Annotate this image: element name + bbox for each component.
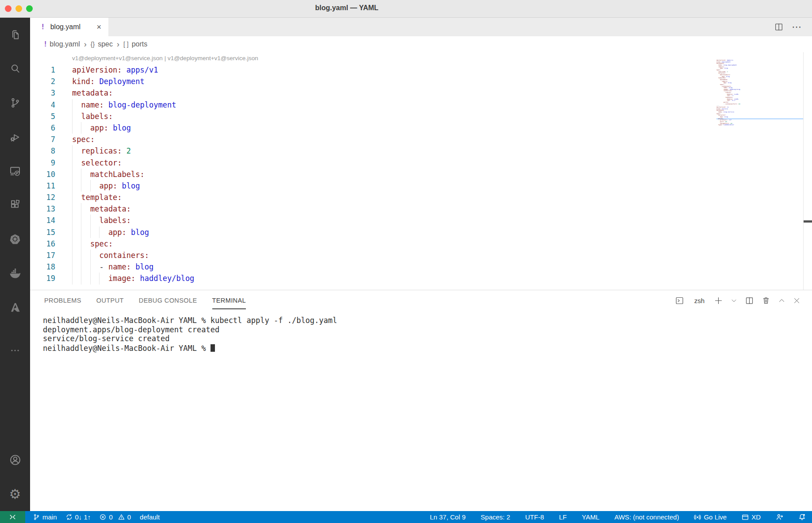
go-live-button[interactable]: Go Live — [694, 513, 727, 521]
line-number: 8 — [30, 145, 55, 157]
trash-icon — [762, 296, 770, 305]
breadcrumb-items: !blog.yaml›{}spec›[ ]ports — [44, 40, 147, 49]
sidebar-item-run-and-debug[interactable] — [0, 120, 30, 154]
panel-tab-terminal[interactable]: TERMINAL — [212, 292, 246, 309]
split-terminal-button[interactable] — [745, 296, 754, 305]
editor-line[interactable]: 19 image: haddley/blog — [30, 273, 812, 284]
branch-status[interactable]: main — [33, 513, 57, 521]
codelens-link[interactable]: v1@deployment+v1@service.json | v1@deplo… — [72, 52, 812, 64]
search-icon — [9, 63, 21, 75]
editor-line[interactable]: 15 app: blog — [30, 227, 812, 238]
terminal-shell-button[interactable] — [675, 296, 684, 305]
editor-line[interactable]: 16 spec: — [30, 238, 812, 250]
minimap-lines: apiVersion: apps/v1kind: Deploymentmetad… — [716, 60, 803, 126]
overview-ruler-cursor-mark — [804, 220, 812, 223]
indentation-status[interactable]: Spaces: 2 — [481, 513, 510, 521]
terminal-icon — [675, 296, 684, 305]
run-debug-icon — [9, 131, 21, 143]
kill-terminal-button[interactable] — [762, 296, 770, 305]
sidebar-item-docker[interactable] — [0, 256, 30, 290]
line-number: 17 — [30, 250, 55, 261]
panel-tab-output[interactable]: OUTPUT — [96, 292, 124, 309]
sidebar-item-search[interactable] — [0, 52, 30, 86]
close-panel-button[interactable] — [793, 297, 801, 304]
xd-status[interactable]: XD — [742, 513, 761, 521]
panel-tabs: PROBLEMSOUTPUTDEBUG CONSOLETERMINAL — [44, 292, 246, 309]
editor-line[interactable]: 7spec: — [30, 134, 812, 145]
editor-line[interactable]: 1apiVersion: apps/v1 — [30, 64, 812, 76]
breadcrumb-item-ports[interactable]: [ ]ports — [123, 40, 147, 48]
terminal-cursor — [211, 344, 215, 352]
split-editor-icon — [774, 22, 784, 32]
sidebar-item-more-actions[interactable] — [0, 333, 30, 367]
line-number: 12 — [30, 192, 55, 203]
editor-line[interactable]: 18 - name: blog — [30, 261, 812, 273]
profile-status[interactable]: default — [140, 513, 160, 521]
problems-status[interactable]: 0 0 — [100, 513, 131, 521]
tab-close-icon[interactable]: × — [96, 23, 102, 32]
terminal-dropdown-button[interactable] — [731, 297, 737, 304]
shell-name[interactable]: zsh — [694, 297, 705, 304]
overview-ruler[interactable] — [803, 52, 812, 290]
new-terminal-button[interactable] — [714, 296, 723, 305]
terminal-output[interactable]: neilhaddley@Neils-MacBook-Air YAML % kub… — [30, 311, 812, 511]
feedback-button[interactable] — [776, 513, 783, 521]
gear-icon: ⚙ — [9, 488, 21, 501]
split-editor-button[interactable] — [774, 22, 784, 32]
cursor-position-status[interactable]: Ln 37, Col 9 — [430, 513, 466, 521]
line-number: 4 — [30, 99, 55, 111]
editor-line[interactable]: 8 replicas: 2 — [30, 145, 812, 157]
split-terminal-icon — [745, 296, 754, 305]
zoom-window-button[interactable] — [26, 5, 33, 12]
line-number: 9 — [30, 157, 55, 169]
language-mode-status[interactable]: YAML — [582, 513, 600, 521]
close-window-button[interactable] — [5, 5, 11, 12]
sidebar-item-kubernetes[interactable] — [0, 222, 30, 256]
editor-line[interactable]: 12 template: — [30, 192, 812, 203]
panel-tab-problems[interactable]: PROBLEMS — [44, 292, 81, 309]
breadcrumb-item-spec[interactable]: {}spec — [91, 40, 113, 48]
editor-line[interactable]: 4 name: blog-deployment — [30, 99, 812, 111]
line-number: 19 — [30, 273, 55, 284]
sidebar-item-extensions[interactable] — [0, 188, 30, 222]
docker-icon — [8, 267, 22, 280]
sidebar-item-remote-explorer[interactable] — [0, 154, 30, 188]
breadcrumb-item-blog-yaml[interactable]: !blog.yaml — [44, 40, 80, 48]
notifications-button[interactable] — [798, 513, 806, 521]
minimize-window-button[interactable] — [15, 5, 22, 12]
remote-indicator-button[interactable] — [0, 511, 25, 523]
editor-line[interactable]: 13 metadata: — [30, 203, 812, 215]
sidebar-item-settings[interactable]: ⚙ — [0, 477, 30, 511]
more-actions-icon — [9, 345, 21, 356]
tab-blog-yaml[interactable]: ! blog.yaml × — [30, 18, 108, 36]
editor-line[interactable]: 6 app: blog — [30, 122, 812, 134]
editor-more-actions-button[interactable]: ⋯ — [792, 21, 802, 33]
sidebar-item-accounts[interactable] — [0, 443, 30, 477]
editor-line[interactable]: 17 containers: — [30, 250, 812, 261]
sync-status[interactable]: 0↓ 1↑ — [66, 513, 91, 521]
yaml-problem-icon: ! — [44, 40, 46, 48]
sidebar-item-explorer[interactable] — [0, 18, 30, 52]
activity-bar: ⚙ — [0, 18, 30, 511]
maximize-panel-button[interactable] — [778, 297, 785, 304]
editor-line[interactable]: 10 matchLabels: — [30, 169, 812, 180]
aws-status[interactable]: AWS: (not connected) — [614, 513, 679, 521]
minimap[interactable]: apiVersion: apps/v1kind: Deploymentmetad… — [716, 60, 803, 126]
plus-icon — [714, 296, 723, 305]
editor-line[interactable]: 11 app: blog — [30, 180, 812, 192]
panel-tab-debug-console[interactable]: DEBUG CONSOLE — [139, 292, 197, 309]
eol-status[interactable]: LF — [559, 513, 567, 521]
editor-line[interactable]: 9 selector: — [30, 157, 812, 169]
line-number: 14 — [30, 215, 55, 226]
editor-line[interactable]: 14 labels: — [30, 215, 812, 226]
sidebar-item-source-control[interactable] — [0, 86, 30, 120]
sidebar-item-azure[interactable] — [0, 290, 30, 324]
editor[interactable]: v1@deployment+v1@service.json | v1@deplo… — [30, 52, 812, 290]
encoding-status[interactable]: UTF-8 — [525, 513, 544, 521]
window-title: blog.yaml — YAML — [315, 4, 378, 12]
editor-line[interactable]: 5 labels: — [30, 111, 812, 122]
layout-icon — [742, 514, 749, 521]
editor-line[interactable]: 3metadata: — [30, 87, 812, 99]
editor-line[interactable]: 2kind: Deployment — [30, 76, 812, 87]
line-number: 3 — [30, 87, 55, 99]
